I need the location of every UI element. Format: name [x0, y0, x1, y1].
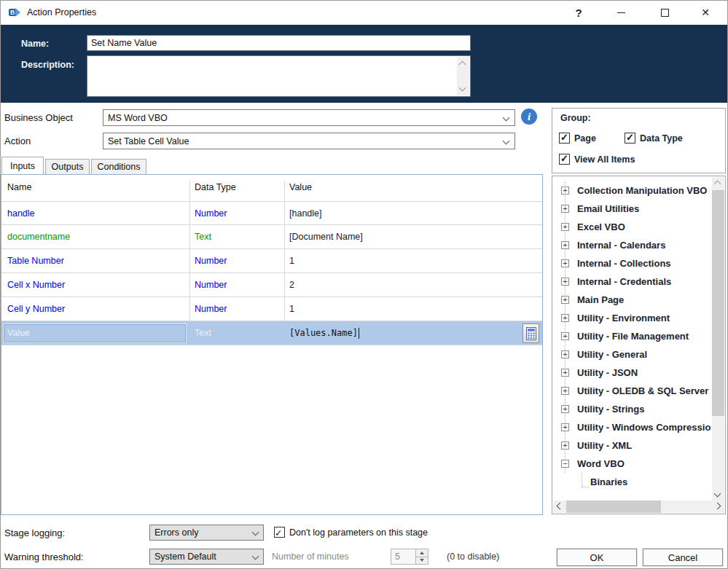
tree-item-label: Excel VBO: [577, 221, 711, 232]
table-row[interactable]: handle Number [handle]: [1, 201, 542, 225]
tab-inputs[interactable]: Inputs: [1, 157, 44, 174]
tab-outputs[interactable]: Outputs: [45, 159, 90, 174]
tree-item[interactable]: Binaries: [552, 473, 712, 491]
tree-vscrollbar[interactable]: [712, 177, 724, 501]
tree-expand-icon[interactable]: +: [561, 278, 569, 286]
ok-button[interactable]: OK: [557, 549, 637, 566]
tree-item[interactable]: − Word VBO: [552, 455, 712, 473]
expression-builder-button[interactable]: [522, 323, 539, 343]
checkbox-view-all-items[interactable]: ✓ View All Items: [559, 154, 635, 165]
tree-expand-icon[interactable]: +: [561, 423, 569, 431]
help-icon[interactable]: ?: [566, 1, 591, 24]
table-row[interactable]: Cell x Number Number 2: [1, 273, 542, 297]
scroll-left-icon[interactable]: [557, 503, 564, 510]
chevron-down-icon: [503, 138, 510, 145]
maximize-icon[interactable]: [652, 1, 677, 24]
scroll-up-icon[interactable]: [459, 61, 466, 68]
table-row[interactable]: Table Number Number 1: [1, 249, 542, 273]
tree-item[interactable]: + Collection Manipulation VBO: [552, 181, 712, 200]
tab-conditions[interactable]: Conditions: [91, 159, 146, 174]
stage-logging-dropdown[interactable]: Errors only: [149, 525, 264, 541]
tree-expand-icon[interactable]: +: [561, 223, 569, 231]
title-bar[interactable]: B Action Properties ? ✕: [1, 1, 727, 25]
tree-item[interactable]: + Main Page: [552, 291, 712, 309]
tree-content: + Collection Manipulation VBO + Email Ut…: [552, 181, 712, 501]
param-name: documentname: [7, 232, 70, 242]
tree-expand-icon[interactable]: +: [561, 241, 569, 249]
grid-rows: handle Number [handle]: [1, 201, 542, 345]
hscrollbar-thumb[interactable]: [566, 501, 661, 513]
tree-item[interactable]: + Utility - General: [552, 345, 712, 364]
tree-item[interactable]: + Utility - Strings: [552, 400, 712, 418]
tree-item-label: Utility - Environment: [577, 313, 711, 323]
tree-expand-icon[interactable]: −: [561, 460, 569, 468]
tree-item-label: Main Page: [577, 294, 711, 305]
app-icon: B: [8, 6, 21, 19]
checkbox-page[interactable]: ✓ Page: [559, 133, 596, 144]
name-label: Name:: [21, 39, 49, 49]
tree-item[interactable]: + Utility - Environment: [552, 309, 712, 327]
tree-item[interactable]: + Utility - OLEDB & SQL Server: [552, 382, 712, 400]
tree-expand-icon[interactable]: +: [561, 405, 569, 413]
tree-expand-icon[interactable]: +: [561, 259, 569, 267]
tree-expand-icon[interactable]: +: [561, 442, 569, 450]
business-object-label: Business Object: [4, 112, 73, 123]
tree-expand-icon[interactable]: +: [561, 332, 569, 340]
tree-item-label: Email Utilities: [577, 203, 711, 214]
tree-item[interactable]: + Utility - XML: [552, 436, 712, 455]
tree-item[interactable]: + Internal - Credentials: [552, 272, 712, 291]
chevron-down-icon: [252, 553, 259, 560]
tree-item-label: Internal - Collections: [577, 258, 711, 269]
tree-item-label: Binaries: [590, 476, 711, 487]
tree-item-label: Word VBO: [577, 458, 711, 469]
scroll-down-icon[interactable]: [714, 490, 721, 498]
tree-item[interactable]: + Excel VBO: [552, 218, 712, 236]
spin-up-icon[interactable]: [416, 549, 428, 557]
minimize-icon[interactable]: [608, 1, 633, 24]
checkbox-box[interactable]: ✓: [559, 154, 570, 165]
table-row[interactable]: documentname Text [Document Name]: [1, 225, 542, 249]
tree-expand-icon[interactable]: +: [561, 350, 569, 358]
scroll-right-icon[interactable]: [714, 503, 721, 510]
tree-item-label: Utility - File Management: [577, 331, 711, 342]
checkbox-dont-log[interactable]: ✓ Don't log parameters on this stage: [274, 527, 428, 538]
tree-item[interactable]: + Utility - Windows Compression: [552, 418, 712, 436]
vscrollbar-thumb[interactable]: [712, 190, 724, 416]
param-name: Value: [7, 328, 30, 338]
checkbox-box[interactable]: ✓: [625, 133, 635, 144]
scroll-down-icon[interactable]: [459, 85, 466, 92]
name-input[interactable]: [87, 35, 471, 51]
scroll-up-icon[interactable]: [714, 181, 721, 188]
table-row[interactable]: Value Text [Values.Name]: [1, 321, 542, 345]
tree-item[interactable]: + Utility - File Management: [552, 327, 712, 345]
check-icon: ✓: [275, 528, 282, 538]
tree-item[interactable]: + Utility - JSON: [552, 364, 712, 382]
description-input[interactable]: [87, 55, 471, 97]
checkbox-box[interactable]: ✓: [559, 133, 570, 144]
tree-item[interactable]: + Internal - Calendars: [552, 236, 712, 254]
cancel-button[interactable]: Cancel: [643, 549, 723, 566]
description-scrollbar[interactable]: [457, 57, 469, 95]
tree-expand-icon[interactable]: +: [561, 187, 569, 195]
info-icon[interactable]: i: [521, 109, 537, 125]
param-name: Cell x Number: [7, 280, 65, 290]
tree-expand-icon[interactable]: +: [561, 314, 569, 322]
checkbox-data-type[interactable]: ✓ Data Type: [625, 133, 683, 144]
tree-hscrollbar[interactable]: [553, 501, 724, 513]
business-object-dropdown[interactable]: MS Word VBO: [103, 109, 515, 126]
spin-down-icon[interactable]: [416, 557, 428, 565]
tree-expand-icon[interactable]: +: [561, 296, 569, 304]
checkbox-box[interactable]: ✓: [274, 527, 285, 538]
tree-expand-icon[interactable]: +: [561, 387, 569, 395]
action-dropdown[interactable]: Set Table Cell Value: [103, 133, 515, 149]
tree-item[interactable]: + Internal - Collections: [552, 254, 712, 272]
close-icon[interactable]: ✕: [693, 1, 718, 24]
tree-expand-icon[interactable]: +: [561, 369, 569, 377]
minutes-spinner[interactable]: 5: [391, 549, 428, 565]
table-row[interactable]: Cell y Number Number 1: [1, 297, 542, 321]
tree-item[interactable]: + Email Utilities: [552, 200, 712, 218]
vbo-tree: + Collection Manipulation VBO + Email Ut…: [552, 176, 726, 514]
tree-expand-icon[interactable]: +: [561, 205, 569, 213]
svg-text:B: B: [10, 9, 15, 16]
warning-threshold-dropdown[interactable]: System Default: [149, 549, 264, 565]
